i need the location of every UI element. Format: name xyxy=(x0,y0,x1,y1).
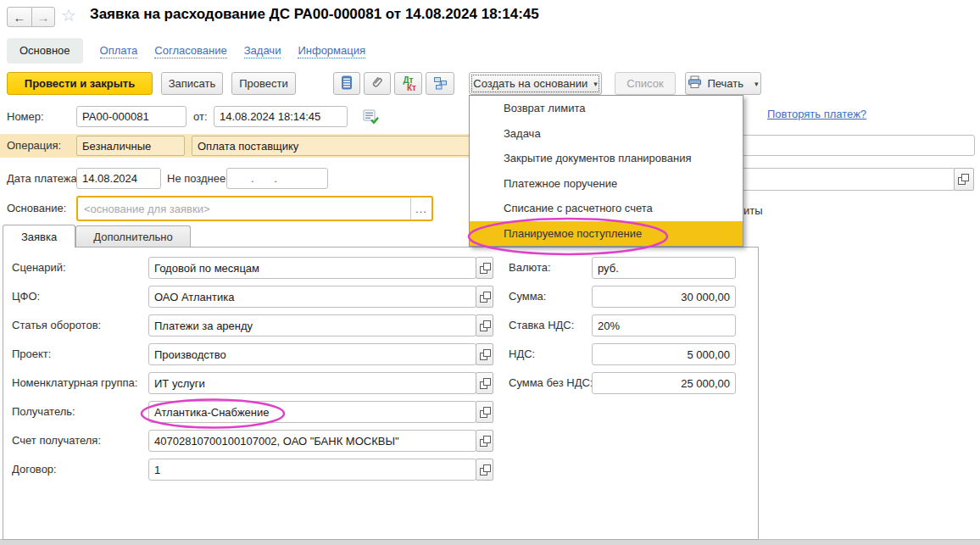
form-row: Договор: 1 xyxy=(12,459,493,481)
field-value: Годовой по месяцам xyxy=(154,262,259,275)
header-nav-tab-active[interactable]: Основное xyxy=(7,38,83,64)
field-input[interactable]: ОАО Атлантика xyxy=(148,286,476,308)
field-input[interactable]: 20% xyxy=(592,314,736,336)
form-row: Номенклатурная группа: ИТ услуги xyxy=(12,372,493,394)
create-based-on-button[interactable]: Создать на основании ▾ xyxy=(469,72,602,95)
field-input[interactable]: Платежи за аренду xyxy=(148,314,476,336)
operation-form-field[interactable]: Безналичные xyxy=(76,136,185,156)
header-nav-tab-link[interactable]: Оплата xyxy=(100,43,138,58)
field-value: Производство xyxy=(154,348,226,361)
register-records-icon xyxy=(339,75,354,93)
choose-button[interactable] xyxy=(476,372,493,394)
field-input[interactable]: 5 000,00 xyxy=(592,343,736,365)
field-label: Счет получателя: xyxy=(12,430,148,452)
save-button[interactable]: Записать xyxy=(161,72,223,95)
field-input[interactable]: руб. xyxy=(592,257,736,279)
operation-type-field[interactable]: Оплата поставщику xyxy=(192,136,473,156)
register-records-button[interactable] xyxy=(333,72,360,95)
field-label: Сумма: xyxy=(509,286,592,308)
operation-row: Операция: Безналичные Оплата поставщику xyxy=(0,134,475,158)
window-bottom-edge xyxy=(0,539,980,545)
choose-button[interactable] xyxy=(476,401,493,423)
field-input[interactable]: Атлантика-Снабжение xyxy=(148,401,476,423)
repeat-payment-link[interactable]: Повторять платеж? xyxy=(767,108,866,120)
attachments-paperclip-button[interactable] xyxy=(364,72,391,95)
choose-button[interactable] xyxy=(476,430,493,452)
back-button[interactable]: ← xyxy=(7,7,32,27)
field-input[interactable]: Производство xyxy=(148,343,476,365)
field-value: 30 000,00 xyxy=(681,291,730,303)
document-structure-button[interactable] xyxy=(426,72,454,95)
field-input[interactable]: ИТ услуги xyxy=(148,372,476,394)
date-prefix-label: от: xyxy=(193,110,208,123)
chevron-down-icon: ▾ xyxy=(593,80,598,88)
header-nav: ОсновноеОплатаСогласованиеЗадачиИнформац… xyxy=(7,38,365,64)
field-input[interactable]: 40702810700100107002, ОАО "БАНК МОСКВЫ" xyxy=(148,430,476,452)
choose-button[interactable] xyxy=(476,343,493,365)
payment-date-input[interactable]: 14.08.2024 xyxy=(76,168,161,189)
tab-additional[interactable]: Дополнительно xyxy=(75,225,191,247)
print-button[interactable]: Печать ▾ xyxy=(685,72,761,95)
post-and-close-button[interactable]: Провести и закрыть xyxy=(7,72,153,95)
create-based-on-label: Создать на основании xyxy=(473,77,587,90)
form-row: ЦФО: ОАО Атлантика xyxy=(12,286,493,308)
favorite-star-icon[interactable]: ☆ xyxy=(61,5,76,25)
forward-button[interactable]: → xyxy=(31,7,55,27)
printer-icon xyxy=(688,75,702,92)
field-input[interactable]: 1 xyxy=(148,459,476,481)
choose-button[interactable] xyxy=(476,459,493,481)
not-later-label: Не позднее: xyxy=(167,172,229,185)
field-value: руб. xyxy=(598,262,619,275)
field-label: Проект: xyxy=(12,343,148,365)
form-left-column: Сценарий: Годовой по месяцам ЦФО: ОАО Ат… xyxy=(12,257,493,487)
field-value: 5 000,00 xyxy=(687,348,730,361)
choose-button[interactable] xyxy=(476,314,493,336)
field-input[interactable]: Годовой по месяцам xyxy=(148,257,476,279)
basis-label: Основание: xyxy=(7,202,66,214)
field-label: НДС: xyxy=(509,343,592,365)
field-value: ИТ услуги xyxy=(154,377,205,390)
change-number-icon[interactable] xyxy=(361,108,380,126)
field-input[interactable]: 30 000,00 xyxy=(592,286,736,308)
field-label: Валюта: xyxy=(509,257,592,279)
field-value: ОАО Атлантика xyxy=(154,291,234,303)
number-input[interactable]: РА00-000081 xyxy=(76,106,187,127)
choose-button[interactable] xyxy=(476,257,493,279)
field-value: 40702810700100107002, ОАО "БАНК МОСКВЫ" xyxy=(154,435,399,448)
date-input[interactable]: 14.08.2024 18:14:45 xyxy=(214,106,348,127)
credit-label: Кт xyxy=(407,84,416,92)
field-label: Сумма без НДС: xyxy=(509,372,592,394)
field-value: 25 000,00 xyxy=(681,377,730,390)
create-menu-item[interactable]: Планируемое поступление xyxy=(470,221,743,247)
create-menu-item[interactable]: Закрытие документов планирования xyxy=(470,146,743,171)
header-nav-tab-link[interactable]: Согласование xyxy=(154,43,226,58)
create-menu-item[interactable]: Списание с расчетного счета xyxy=(470,196,743,221)
form-row: Ставка НДС: 20% xyxy=(509,314,736,336)
list-button-disabled: Список xyxy=(615,72,676,95)
choose-button[interactable] xyxy=(954,168,974,191)
debit-credit-button[interactable]: Дт Кт xyxy=(394,72,422,95)
field-label: Ставка НДС: xyxy=(509,314,592,336)
page-title: Заявка на расходование ДС РА00-000081 от… xyxy=(90,6,539,23)
field-label: ЦФО: xyxy=(12,286,148,308)
not-later-input[interactable]: . . xyxy=(226,168,328,189)
choose-button[interactable] xyxy=(476,286,493,308)
basis-input[interactable]: <основание для заявки> xyxy=(78,197,410,220)
post-button[interactable]: Провести xyxy=(231,72,296,95)
header-nav-tab-link[interactable]: Задачи xyxy=(244,43,281,58)
form-row: Получатель: Атлантика-Снабжение xyxy=(12,401,493,423)
tab-request[interactable]: Заявка xyxy=(3,225,75,247)
field-value: Платежи за аренду xyxy=(154,320,253,332)
header-nav-tab-link[interactable]: Информация xyxy=(298,43,365,58)
field-label: Сценарий: xyxy=(12,257,148,279)
operation-label: Операция: xyxy=(7,139,61,152)
ellipsis-more-button[interactable]: ... xyxy=(410,197,432,220)
form-row: Сценарий: Годовой по месяцам xyxy=(12,257,493,279)
field-input[interactable]: 25 000,00 xyxy=(592,372,736,394)
create-menu-item[interactable]: Задача xyxy=(470,121,743,147)
form-row: Сумма без НДС: 25 000,00 xyxy=(509,372,736,394)
basis-field-focused[interactable]: <основание для заявки> ... xyxy=(76,196,433,221)
create-menu-item[interactable]: Платежное поручение xyxy=(470,171,743,197)
payment-date-label: Дата платежа: xyxy=(7,172,80,185)
create-menu-item[interactable]: Возврат лимита xyxy=(470,96,743,121)
